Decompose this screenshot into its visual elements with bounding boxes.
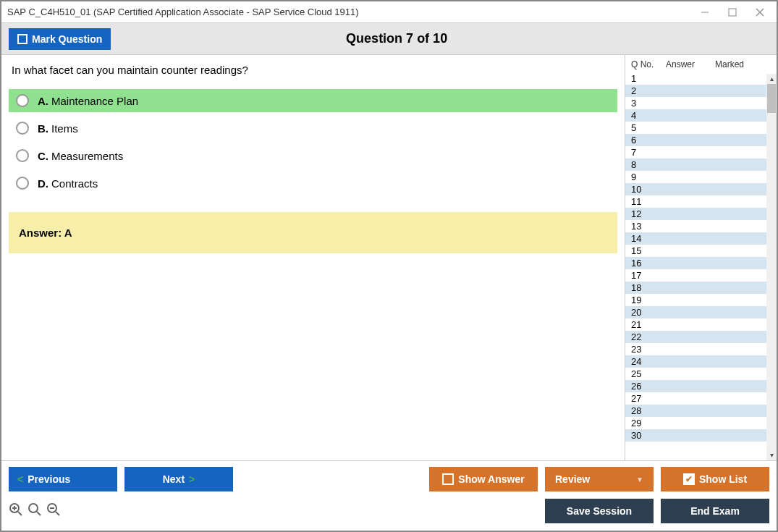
chevron-down-icon: ▼ <box>636 476 643 484</box>
window-title: SAP C_C4H510_01 (SAP Certified Applicati… <box>7 7 700 17</box>
answer-box: Answer: A <box>9 212 617 253</box>
list-item[interactable]: 15 <box>625 245 777 257</box>
qno: 7 <box>631 147 666 158</box>
list-item[interactable]: 19 <box>625 294 777 306</box>
end-exam-button[interactable]: End Exam <box>661 499 769 523</box>
question-list-sidebar: Q No. Answer Marked 12345678910111213141… <box>625 55 777 460</box>
scroll-down-icon[interactable]: ▾ <box>766 450 777 460</box>
qno: 9 <box>631 172 666 182</box>
qno: 13 <box>631 221 666 232</box>
previous-label: Previous <box>28 473 70 485</box>
list-item[interactable]: 5 <box>625 122 777 134</box>
option-letter: A. <box>38 95 48 107</box>
show-answer-label: Show Answer <box>458 473 524 485</box>
qno: 25 <box>631 368 666 379</box>
list-item[interactable]: 3 <box>625 97 777 109</box>
review-label: Review <box>555 473 590 485</box>
option-text: Maintenance Plan <box>51 95 138 107</box>
list-item[interactable]: 14 <box>625 232 777 245</box>
list-item[interactable]: 20 <box>625 306 777 318</box>
show-answer-button[interactable]: Show Answer <box>429 467 538 491</box>
zoom-icon[interactable] <box>28 502 42 520</box>
qno: 18 <box>631 282 666 293</box>
radio-icon <box>16 177 29 190</box>
qno: 28 <box>631 405 666 416</box>
checkbox-icon <box>442 473 454 485</box>
list-item[interactable]: 8 <box>625 159 777 171</box>
previous-button[interactable]: < Previous <box>9 467 117 491</box>
svg-rect-1 <box>729 9 736 16</box>
checkbox-checked-icon: ✔ <box>683 473 695 485</box>
option-text: Measurements <box>51 150 123 162</box>
list-item[interactable]: 22 <box>625 331 777 343</box>
option-letter: B. <box>38 122 48 135</box>
list-item[interactable]: 6 <box>625 134 777 146</box>
list-item[interactable]: 25 <box>625 368 777 380</box>
list-item[interactable]: 23 <box>625 343 777 355</box>
list-item[interactable]: 29 <box>625 417 777 429</box>
close-icon[interactable] <box>755 7 765 17</box>
radio-icon <box>16 94 29 107</box>
list-item[interactable]: 28 <box>625 405 777 417</box>
option-c[interactable]: C. Measurements <box>9 144 617 167</box>
sidebar-body[interactable]: 1234567891011121314151617181920212223242… <box>625 72 777 460</box>
chevron-left-icon: < <box>17 473 23 485</box>
question-text: In what facet can you maintain counter r… <box>9 64 617 76</box>
question-counter: Question 7 of 10 <box>24 31 769 46</box>
list-item[interactable]: 18 <box>625 282 777 294</box>
qno: 15 <box>631 245 666 256</box>
scrollbar[interactable]: ▴ ▾ <box>766 74 777 460</box>
maximize-icon[interactable] <box>727 7 737 17</box>
option-text: Contracts <box>51 177 98 190</box>
list-item[interactable]: 10 <box>625 183 777 195</box>
save-session-button[interactable]: Save Session <box>545 499 654 523</box>
list-item[interactable]: 27 <box>625 392 777 405</box>
col-answer: Answer <box>666 59 715 69</box>
option-a[interactable]: A. Maintenance Plan <box>9 89 617 112</box>
option-d[interactable]: D. Contracts <box>9 172 617 195</box>
list-item[interactable]: 16 <box>625 257 777 269</box>
review-button[interactable]: Review ▼ <box>545 467 654 491</box>
list-item[interactable]: 24 <box>625 355 777 368</box>
list-item[interactable]: 30 <box>625 429 777 442</box>
qno: 29 <box>631 418 666 428</box>
list-item[interactable]: 1 <box>625 72 777 85</box>
next-label: Next <box>163 473 185 485</box>
svg-line-5 <box>18 512 22 515</box>
window-controls <box>700 7 771 17</box>
list-item[interactable]: 17 <box>625 269 777 282</box>
qno: 26 <box>631 381 666 392</box>
option-b[interactable]: B. Items <box>9 117 617 140</box>
qno: 14 <box>631 233 666 244</box>
zoom-out-icon[interactable] <box>46 502 61 520</box>
zoom-controls <box>9 502 61 520</box>
topbar: Mark Question Question 7 of 10 <box>1 23 777 55</box>
save-session-label: Save Session <box>567 505 632 517</box>
list-item[interactable]: 9 <box>625 171 777 183</box>
footer: < Previous Next > Show Answer Review ▼ ✔… <box>1 460 777 531</box>
qno: 30 <box>631 430 666 441</box>
scroll-up-icon[interactable]: ▴ <box>766 74 777 84</box>
svg-line-11 <box>56 512 59 515</box>
sidebar-header: Q No. Answer Marked <box>625 55 777 72</box>
footer-row-2: Save Session End Exam <box>9 499 769 523</box>
list-item[interactable]: 12 <box>625 208 777 220</box>
minimize-icon[interactable] <box>700 7 710 17</box>
list-item[interactable]: 11 <box>625 195 777 208</box>
next-button[interactable]: Next > <box>124 467 233 491</box>
qno: 1 <box>631 73 666 84</box>
list-item[interactable]: 2 <box>625 85 777 97</box>
option-letter: C. <box>38 150 48 162</box>
list-item[interactable]: 26 <box>625 380 777 392</box>
scroll-thumb[interactable] <box>767 84 776 113</box>
qno: 8 <box>631 159 666 170</box>
show-list-button[interactable]: ✔ Show List <box>661 467 769 491</box>
radio-icon <box>16 122 29 135</box>
list-item[interactable]: 7 <box>625 146 777 159</box>
qno: 4 <box>631 110 666 121</box>
qno: 2 <box>631 85 666 96</box>
list-item[interactable]: 4 <box>625 109 777 122</box>
list-item[interactable]: 21 <box>625 318 777 331</box>
zoom-in-icon[interactable] <box>9 502 23 520</box>
list-item[interactable]: 13 <box>625 220 777 232</box>
